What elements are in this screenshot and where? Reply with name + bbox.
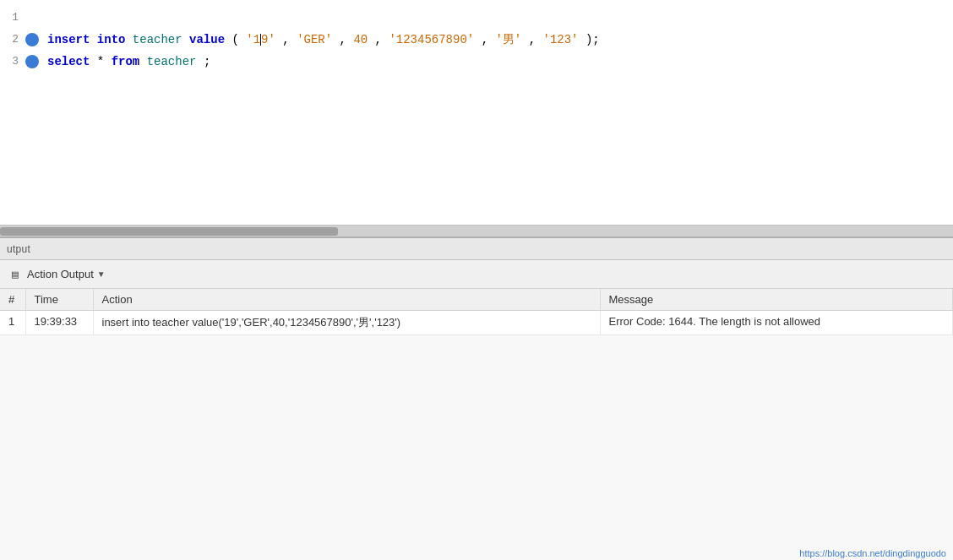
line-number-3: 3	[0, 51, 25, 73]
horizontal-scrollbar[interactable]	[0, 225, 953, 237]
table-header-row: # Time Action Message	[0, 289, 953, 311]
line-dot-2	[25, 33, 39, 46]
cell-action: insert into teacher value('19','GER',40,…	[93, 311, 600, 335]
code-lines: 1 2 insert into teacher value ( '19' , '…	[0, 0, 953, 79]
output-icon: ▤	[7, 266, 24, 283]
watermark: https://blog.csdn.net/dingdingguodo	[799, 548, 946, 558]
action-output-dropdown[interactable]: Action Output ▼	[27, 268, 106, 280]
scrollbar-thumb[interactable]	[0, 227, 338, 236]
line-dot-3	[25, 55, 39, 68]
output-toolbar[interactable]: ▤ Action Output ▼	[0, 260, 953, 289]
cell-time: 19:39:33	[25, 311, 93, 335]
code-text-2: insert into teacher value ( '19' , 'GER'…	[47, 29, 600, 51]
dropdown-label: Action Output	[27, 268, 94, 280]
output-header-label: utput	[7, 243, 30, 255]
col-header-action: Action	[93, 289, 600, 311]
cell-message: Error Code: 1644. The length is not allo…	[600, 311, 953, 335]
code-text-3: select * from teacher ;	[47, 51, 210, 73]
line-number-1: 1	[0, 7, 25, 29]
col-header-num: #	[0, 289, 25, 311]
col-header-time: Time	[25, 289, 93, 311]
line-number-2: 2	[0, 29, 25, 51]
output-table-container: # Time Action Message 1 19:39:33 insert …	[0, 289, 953, 335]
code-line-2: 2 insert into teacher value ( '19' , 'GE…	[0, 29, 953, 51]
line-dot-1	[25, 11, 39, 24]
col-header-message: Message	[600, 289, 953, 311]
code-line-3: 3 select * from teacher ;	[0, 51, 953, 73]
output-table: # Time Action Message 1 19:39:33 insert …	[0, 289, 953, 335]
output-panel-header: utput	[0, 237, 953, 260]
cell-num: 1	[0, 311, 25, 335]
table-row: 1 19:39:33 insert into teacher value('19…	[0, 311, 953, 335]
code-editor[interactable]: 1 2 insert into teacher value ( '19' , '…	[0, 0, 953, 225]
dropdown-arrow-icon: ▼	[97, 269, 106, 279]
code-line-1: 1	[0, 7, 953, 29]
